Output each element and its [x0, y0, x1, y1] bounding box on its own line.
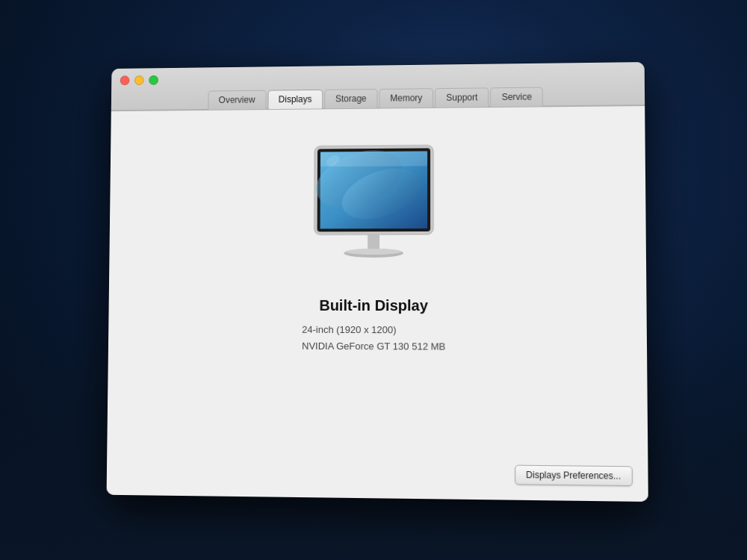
- tab-storage[interactable]: Storage: [324, 89, 377, 108]
- display-gpu: NVIDIA GeForce GT 130 512 MB: [302, 338, 445, 355]
- title-bar: Overview Displays Storage Memory Support…: [111, 62, 645, 111]
- minimize-button[interactable]: [134, 75, 144, 85]
- display-size: 24-inch (1920 x 1200): [302, 322, 445, 339]
- svg-rect-6: [368, 234, 379, 249]
- display-title: Built-in Display: [319, 297, 428, 314]
- display-info: 24-inch (1920 x 1200) NVIDIA GeForce GT …: [302, 322, 445, 355]
- tab-support[interactable]: Support: [435, 87, 489, 108]
- close-button[interactable]: [120, 75, 130, 85]
- tab-memory[interactable]: Memory: [379, 88, 433, 108]
- main-content: Built-in Display 24-inch (1920 x 1200) N…: [107, 105, 648, 502]
- tab-overview[interactable]: Overview: [208, 90, 266, 110]
- maximize-button[interactable]: [149, 75, 158, 85]
- imac-illustration: [300, 137, 449, 275]
- displays-preferences-button[interactable]: Displays Preferences...: [515, 465, 633, 486]
- tab-service[interactable]: Service: [491, 87, 544, 108]
- window-controls: [120, 75, 158, 85]
- tab-displays[interactable]: Displays: [267, 90, 323, 109]
- about-this-mac-window: Overview Displays Storage Memory Support…: [107, 62, 648, 502]
- preferences-button-container: Displays Preferences...: [515, 465, 633, 486]
- tab-bar: Overview Displays Storage Memory Support…: [205, 87, 546, 109]
